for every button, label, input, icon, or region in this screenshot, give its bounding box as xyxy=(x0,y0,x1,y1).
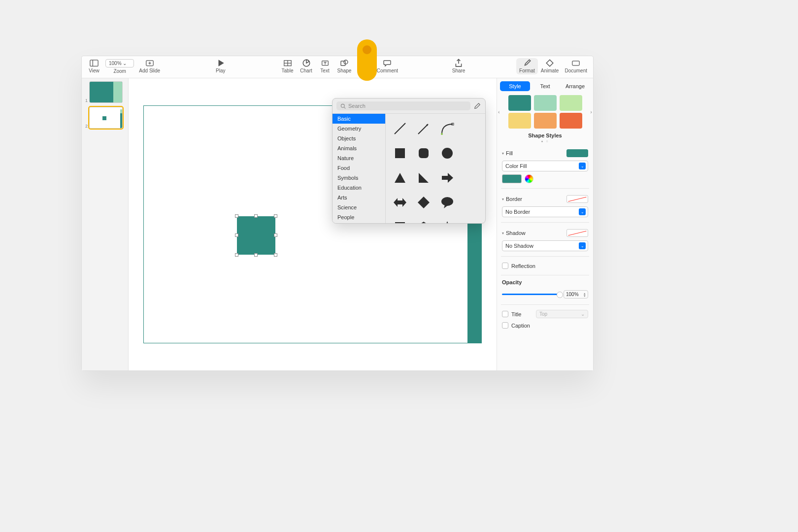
shape-category-item[interactable]: Geometry xyxy=(332,124,385,133)
shapes-search-input[interactable]: Search xyxy=(336,101,470,110)
shape-double-arrow[interactable] xyxy=(389,191,411,214)
resize-handle[interactable] xyxy=(254,214,258,218)
fill-type-value: Color Fill xyxy=(505,163,527,169)
reflection-checkbox[interactable] xyxy=(502,263,508,269)
zoom-control[interactable]: 100% ⌄ Zoom xyxy=(103,58,136,75)
style-swatch[interactable] xyxy=(534,95,557,111)
title-position-dropdown[interactable]: Top⌄ xyxy=(536,310,588,318)
border-type-dropdown[interactable]: No Border ⌄ xyxy=(502,206,588,217)
shape-triangle[interactable] xyxy=(389,166,411,190)
zoom-value[interactable]: 100% ⌄ xyxy=(105,59,134,67)
resize-handle[interactable] xyxy=(235,253,238,257)
shape-curve[interactable] xyxy=(436,117,459,140)
inspector-tabs[interactable]: Style Text Arrange xyxy=(500,81,590,91)
chevron-down-icon[interactable]: ▾ xyxy=(502,151,504,156)
chevron-down-icon[interactable]: ▾ xyxy=(502,197,504,201)
resize-handle[interactable] xyxy=(274,233,277,237)
style-swatch[interactable] xyxy=(508,95,531,111)
slide-thumbnail[interactable] xyxy=(89,81,123,103)
document-label: Document xyxy=(565,68,587,73)
shape-category-item[interactable]: Nature xyxy=(332,153,385,163)
shape-button[interactable]: Shape xyxy=(334,58,355,74)
shape-category-item[interactable]: Animals xyxy=(332,143,385,153)
slide-thumb-1[interactable]: 1 xyxy=(85,81,125,103)
style-swatch[interactable] xyxy=(560,95,582,111)
tab-arrange[interactable]: Arrange xyxy=(560,81,590,91)
slide-canvas[interactable]: Search BasicGeometryObjectsAnimalsNature… xyxy=(129,78,497,370)
fill-preview[interactable] xyxy=(566,149,588,157)
shape-circle[interactable] xyxy=(436,141,459,165)
resize-handle[interactable] xyxy=(254,253,258,257)
slide-thumb-2[interactable]: 2 xyxy=(85,107,125,129)
comment-button[interactable]: Comment xyxy=(374,58,401,74)
chart-button[interactable]: Chart xyxy=(297,58,316,74)
slide-navigator[interactable]: 1 2 xyxy=(82,78,129,370)
opacity-stepper[interactable]: 100% ▴▾ xyxy=(564,290,588,299)
shape-speech-bubble[interactable] xyxy=(436,191,459,214)
format-button[interactable]: Format xyxy=(516,58,538,74)
slide-number: 2 xyxy=(85,124,88,129)
style-swatch[interactable] xyxy=(534,113,557,129)
document-button[interactable]: Document xyxy=(562,58,590,74)
styles-next[interactable]: › xyxy=(588,107,593,117)
svg-point-28 xyxy=(442,148,453,159)
shape-category-item[interactable]: Arts xyxy=(332,193,385,202)
shape-line[interactable] xyxy=(389,117,411,140)
shape-category-list[interactable]: BasicGeometryObjectsAnimalsNatureFoodSym… xyxy=(332,114,386,223)
opacity-slider[interactable] xyxy=(502,294,561,295)
shape-category-item[interactable]: Objects xyxy=(332,133,385,143)
chevron-down-icon[interactable]: ▾ xyxy=(502,231,504,235)
border-preview[interactable] xyxy=(566,195,588,203)
share-button[interactable]: Share xyxy=(449,58,468,74)
text-button[interactable]: Text xyxy=(316,58,334,74)
slide-thumbnail-selected[interactable] xyxy=(89,107,123,129)
title-checkbox[interactable] xyxy=(502,311,508,317)
caption-label: Caption xyxy=(511,323,530,329)
color-wheel-button[interactable] xyxy=(525,174,533,183)
shape-square[interactable] xyxy=(389,141,411,165)
tab-style[interactable]: Style xyxy=(500,81,530,91)
shape-pentagon[interactable] xyxy=(412,215,435,223)
play-button[interactable]: Play xyxy=(211,58,230,74)
caption-checkbox[interactable] xyxy=(502,322,508,329)
shape-arrow-right[interactable] xyxy=(436,166,459,190)
share-label: Share xyxy=(452,68,466,73)
shape-category-item[interactable]: Symbols xyxy=(332,173,385,183)
resize-handle[interactable] xyxy=(274,214,277,218)
table-button[interactable]: Table xyxy=(278,58,297,74)
shadow-preview[interactable] xyxy=(566,229,588,237)
shape-category-item[interactable]: Science xyxy=(332,202,385,212)
selected-rectangle-shape[interactable] xyxy=(237,216,275,255)
shape-right-triangle[interactable] xyxy=(412,166,435,190)
resize-handle[interactable] xyxy=(235,214,238,218)
fill-type-dropdown[interactable]: Color Fill ⌄ xyxy=(502,161,588,171)
shape-arrow-line[interactable] xyxy=(412,117,435,140)
resize-handle[interactable] xyxy=(274,253,277,257)
shadow-type-dropdown[interactable]: No Shadow ⌄ xyxy=(502,240,588,251)
resize-handle[interactable] xyxy=(235,233,238,237)
shape-category-item[interactable]: Basic xyxy=(332,114,385,124)
animate-button[interactable]: Animate xyxy=(538,58,562,74)
shape-diamond[interactable] xyxy=(412,191,435,214)
tab-text[interactable]: Text xyxy=(530,81,560,91)
shape-category-item[interactable]: Food xyxy=(332,163,385,173)
sidebar-icon xyxy=(90,59,99,67)
table-label: Table xyxy=(282,68,294,73)
shape-callout-square[interactable] xyxy=(389,215,411,223)
edit-shapes-button[interactable] xyxy=(473,102,481,110)
fill-label: Fill xyxy=(506,150,513,156)
chart-label: Chart xyxy=(300,68,312,73)
style-swatch[interactable] xyxy=(508,113,531,129)
fill-color-chip[interactable] xyxy=(502,174,522,183)
style-swatch[interactable] xyxy=(560,113,582,129)
decorative-bar-dark xyxy=(467,204,481,343)
shape-category-item[interactable]: Education xyxy=(332,183,385,193)
shape-category-item[interactable]: Places xyxy=(332,222,385,223)
format-label: Format xyxy=(519,68,535,73)
shape-star[interactable] xyxy=(436,215,459,223)
shape-grid xyxy=(386,114,485,223)
shape-category-item[interactable]: People xyxy=(332,212,385,222)
view-button[interactable]: View xyxy=(85,58,103,74)
shape-rounded-square[interactable] xyxy=(412,141,435,165)
add-slide-button[interactable]: Add Slide xyxy=(136,58,163,74)
